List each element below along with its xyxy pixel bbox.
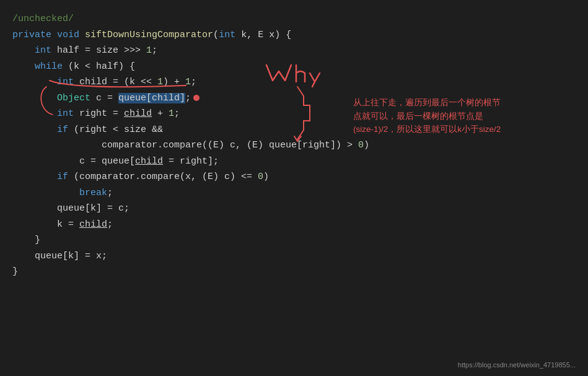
code-line-0: /unchecked/ [12, 11, 576, 27]
code-line-13: k = child; [12, 217, 576, 233]
red-dot [193, 95, 200, 101]
code-line-9: c = queue[child = right]; [12, 154, 576, 170]
code-line-14: } [12, 232, 576, 248]
code-line-8: comparator.compare((E) c, (E) queue[righ… [12, 138, 576, 154]
code-line-3: while (k < half) { [12, 59, 576, 75]
code-line-1: private void siftDownUsingComparator(int… [12, 27, 576, 43]
code-line-11: break; [12, 185, 576, 201]
code-line-10: if (comparator.compare(x, (E) c) <= 0) [12, 169, 576, 185]
code-line-4: int child = (k << 1) + 1; [12, 74, 576, 90]
annotation-text: 从上往下走，遍历到最后一个树的根节 点就可以，最后一棵树的根节点是 (size-… [353, 96, 564, 136]
code-line-15: queue[k] = x; [12, 248, 576, 265]
code-block: /unchecked/ private void siftDownUsingCo… [0, 0, 588, 291]
code-line-2: int half = size >>> 1; [12, 43, 576, 59]
watermark: https://blog.csdn.net/weixin_4719855... [458, 361, 576, 369]
code-line-16: } [12, 264, 576, 280]
code-line-12: queue[k] = c; [12, 201, 576, 217]
